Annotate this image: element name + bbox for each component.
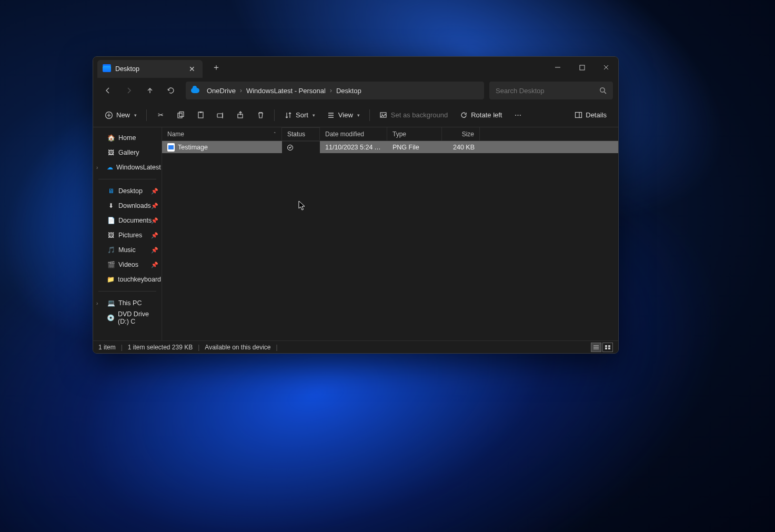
file-row[interactable]: Testimage 11/10/2023 5:24 AM PNG File 24… <box>162 141 618 153</box>
chevron-right-icon: › <box>329 87 333 94</box>
address-bar[interactable]: OneDrive › WindowsLatest - Personal › De… <box>186 82 484 99</box>
breadcrumb-root[interactable]: OneDrive <box>204 85 239 97</box>
svg-rect-27 <box>608 345 610 347</box>
search-box[interactable] <box>489 82 613 99</box>
column-header-status[interactable]: Status <box>282 127 320 140</box>
sidebar-item-music[interactable]: 🎵Music📌 <box>93 243 162 257</box>
status-separator: | <box>198 344 199 351</box>
sidebar-item-dvd[interactable]: 💿DVD Drive (D:) C <box>93 310 162 325</box>
minimize-button[interactable] <box>546 57 570 78</box>
svg-rect-29 <box>608 347 610 349</box>
onedrive-icon <box>191 88 199 93</box>
sidebar-item-thispc[interactable]: ›💻This PC <box>93 296 162 310</box>
sidebar-item-desktop[interactable]: 🖥Desktop📌 <box>93 184 162 198</box>
sidebar-item-touchkeyboard[interactable]: 📁touchkeyboard <box>93 272 162 287</box>
nav-row: OneDrive › WindowsLatest - Personal › De… <box>93 78 618 103</box>
search-input[interactable] <box>496 87 599 95</box>
set-background-button[interactable]: Set as background <box>374 108 453 123</box>
column-headers: Name˄ Status Date modified Type Size <box>162 127 618 141</box>
column-header-size[interactable]: Size <box>442 127 480 140</box>
svg-line-5 <box>604 92 606 94</box>
list-view-icon <box>593 345 599 350</box>
file-list[interactable]: Testimage 11/10/2023 5:24 AM PNG File 24… <box>162 141 618 340</box>
svg-rect-11 <box>198 112 203 118</box>
details-pane-button[interactable]: Details <box>569 108 612 123</box>
folder-icon: 📁 <box>107 275 115 284</box>
sidebar-item-label: Videos <box>118 261 138 268</box>
more-icon: ⋯ <box>514 111 522 119</box>
search-icon <box>599 87 607 94</box>
cut-button[interactable]: ✂ <box>151 108 170 123</box>
sidebar-divider <box>98 291 156 292</box>
sidebar-item-gallery[interactable]: 🖼Gallery <box>93 145 162 160</box>
picture-icon <box>379 111 388 119</box>
sidebar-item-label: touchkeyboard <box>118 276 161 283</box>
rotate-left-icon <box>459 111 468 119</box>
sidebar-item-home[interactable]: 🏠Home <box>93 131 162 145</box>
pc-icon: 💻 <box>107 299 115 307</box>
view-button[interactable]: View ▾ <box>321 108 365 123</box>
downloads-icon: ⬇ <box>107 202 115 210</box>
forward-button[interactable] <box>119 81 138 100</box>
sidebar-item-label: Home <box>118 134 136 142</box>
sidebar-item-videos[interactable]: 🎬Videos📌 <box>93 257 162 272</box>
paste-button[interactable] <box>191 108 210 123</box>
cut-icon: ✂ <box>156 111 165 119</box>
refresh-button[interactable] <box>162 81 180 100</box>
rotate-left-button[interactable]: Rotate left <box>454 108 507 123</box>
rotate-left-label: Rotate left <box>471 111 502 119</box>
chevron-down-icon: ▾ <box>357 113 360 118</box>
column-header-type[interactable]: Type <box>387 127 442 140</box>
sidebar-item-label: DVD Drive (D:) C <box>118 310 158 325</box>
sort-icon <box>284 111 293 119</box>
status-availability: Available on this device <box>205 344 270 351</box>
column-header-date[interactable]: Date modified <box>320 127 387 140</box>
share-button[interactable] <box>231 108 250 123</box>
maximize-button[interactable] <box>570 57 594 78</box>
refresh-icon <box>167 86 175 95</box>
pin-icon: 📌 <box>151 247 158 254</box>
up-button[interactable] <box>140 81 159 100</box>
back-button[interactable] <box>98 81 117 100</box>
breadcrumb-segment[interactable]: WindowsLatest - Personal <box>243 85 329 97</box>
tab-title: Desktop <box>115 65 186 73</box>
rename-icon <box>216 111 225 119</box>
sidebar-item-label: Pictures <box>118 232 142 239</box>
new-button[interactable]: New ▾ <box>99 108 142 123</box>
column-header-name[interactable]: Name˄ <box>162 127 282 140</box>
sidebar-item-label: Music <box>118 246 136 254</box>
close-tab-button[interactable]: ✕ <box>186 64 198 74</box>
toolbar-separator <box>274 109 275 121</box>
more-button[interactable]: ⋯ <box>508 108 527 123</box>
sidebar-item-downloads[interactable]: ⬇Downloads📌 <box>93 198 162 213</box>
sidebar-item-label: Documents <box>118 217 152 224</box>
view-label: View <box>338 111 353 119</box>
svg-rect-26 <box>605 345 607 347</box>
chevron-down-icon: ▾ <box>313 113 315 118</box>
details-view-button[interactable] <box>591 343 601 352</box>
sidebar-item-onedrive[interactable]: ›☁WindowsLatest <box>93 160 162 175</box>
rename-button[interactable] <box>211 108 230 123</box>
cloud-icon: ☁ <box>107 163 113 172</box>
tab-desktop[interactable]: Desktop ✕ <box>97 60 203 78</box>
grid-view-icon <box>605 345 611 350</box>
new-label: New <box>116 111 130 119</box>
sidebar-item-pictures[interactable]: 🖼Pictures📌 <box>93 228 162 243</box>
desktop-icon: 🖥 <box>107 187 115 195</box>
share-icon <box>236 111 245 119</box>
view-icon <box>327 111 335 119</box>
sidebar-item-label: Desktop <box>118 187 143 195</box>
music-icon: 🎵 <box>107 246 115 254</box>
sidebar-item-documents[interactable]: 📄Documents📌 <box>93 213 162 228</box>
close-window-button[interactable] <box>594 57 618 78</box>
up-arrow-icon <box>146 86 154 95</box>
chevron-down-icon: ▾ <box>134 113 137 118</box>
svg-point-20 <box>382 114 383 115</box>
new-tab-button[interactable]: ＋ <box>208 60 225 75</box>
breadcrumb-segment[interactable]: Desktop <box>333 85 365 97</box>
thumbnails-view-button[interactable] <box>602 343 613 352</box>
delete-button[interactable] <box>251 108 270 123</box>
sort-button[interactable]: Sort ▾ <box>279 108 320 123</box>
file-list-area: Name˄ Status Date modified Type Size Tes… <box>162 127 618 340</box>
copy-button[interactable] <box>171 108 190 123</box>
